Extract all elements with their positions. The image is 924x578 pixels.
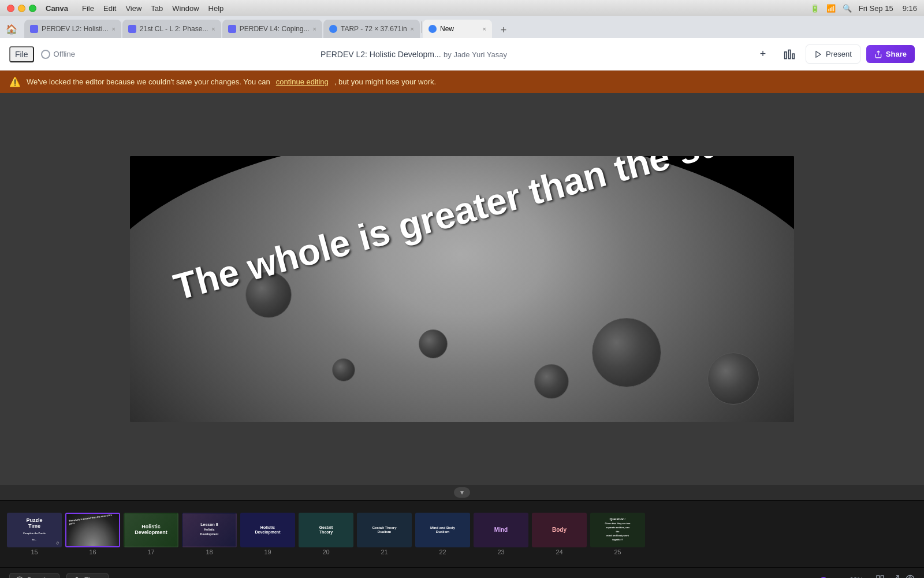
slide-thumb-num-16: 16 [89, 549, 96, 555]
slide-thumb-num-15: 15 [31, 549, 38, 555]
tab1-favicon [30, 25, 38, 33]
duration-button[interactable]: Duration [9, 573, 59, 579]
fullscreen-window-button[interactable] [29, 5, 36, 12]
warning-icon: ⚠️ [9, 76, 21, 87]
tab-new[interactable]: New × [423, 20, 492, 38]
menu-tab[interactable]: Tab [151, 4, 163, 13]
timer-button[interactable]: Timer [66, 573, 108, 579]
slide-thumb-23: Mind 23 [474, 513, 528, 555]
canva-toolbar: File Offline PERDEV L2: Holistic Develop… [0, 38, 924, 71]
date-time: Fri Sep 15 [859, 4, 893, 13]
slide-thumb-img-23[interactable]: Mind [474, 513, 528, 547]
offline-icon [41, 50, 50, 59]
grid-view-button[interactable] [875, 575, 885, 579]
continue-editing-link[interactable]: continue editing [276, 77, 329, 86]
thumb22-text: Mind and BodyDualism [430, 525, 455, 533]
crater-5 [534, 364, 569, 399]
toolbar-center: PERDEV L2: Holistic Developm... by Jade … [82, 49, 746, 60]
file-menu-button[interactable]: File [9, 46, 34, 62]
present-button[interactable]: Present [806, 45, 860, 64]
tab3-label: PERDEV L4: Coping... [240, 25, 310, 33]
new-tab-button[interactable]: + [495, 22, 512, 38]
close-window-button[interactable] [7, 5, 14, 12]
tab-tarp[interactable]: TARP - 72 × 37.671in × [323, 20, 420, 38]
tab5-close[interactable]: × [483, 25, 486, 32]
share-button[interactable]: Share [866, 45, 915, 63]
tab2-close[interactable]: × [211, 25, 215, 32]
menu-edit[interactable]: Edit [103, 4, 116, 13]
thumb15-text: Puzzle TimeComplete the Puzzle to... [21, 517, 48, 542]
titlebar: Canva File Edit View Tab Window Help 🔋 📶… [0, 0, 924, 16]
chevron-down-icon: ▾ [460, 488, 464, 497]
menu-window[interactable]: Window [172, 4, 199, 13]
menu-view[interactable]: View [125, 4, 141, 13]
tab-perdev-l2[interactable]: PERDEV L2: Holisti... × [24, 20, 121, 38]
bottom-right-controls: 63% [787, 575, 915, 579]
slide-thumb-num-18: 18 [206, 549, 213, 555]
slide-thumb-num-21: 21 [381, 549, 388, 555]
tab-perdev-l4[interactable]: PERDEV L4: Coping... × [222, 20, 322, 38]
app-name: Canva [46, 4, 68, 13]
slide-thumb-25: Question:Given that they are twoseparate… [590, 513, 645, 555]
editor-area: The whole is greater than the sum of its… [0, 93, 924, 485]
zoom-percent-label: 63% [850, 576, 870, 579]
app-menu: File Edit View Tab Window Help [82, 4, 223, 13]
thumb21-text: Gestalt Theory Dualism [371, 525, 398, 533]
slide-thumb-num-23: 23 [497, 549, 504, 555]
tab2-favicon [128, 25, 136, 33]
home-button[interactable]: 🏠 [2, 20, 21, 38]
tab1-close[interactable]: × [111, 25, 115, 32]
crater-3 [592, 318, 661, 387]
tab-separator [421, 21, 422, 33]
bottom-bar: Duration Timer Page 16 / 70 63% [0, 567, 924, 578]
slide-thumb-img-22[interactable]: Mind and BodyDualism [415, 513, 470, 547]
slide-thumb-img-18[interactable]: Lesson 8HolisticDevelopment [182, 513, 237, 547]
slide-thumb-img-19[interactable]: Holistic Development [240, 513, 295, 547]
slide-thumb-22: Mind and BodyDualism 22 [415, 513, 470, 555]
tab4-close[interactable]: × [411, 25, 414, 32]
tab4-favicon [329, 25, 337, 33]
slide-thumb-img-16[interactable]: The whole is greater than the sum of its… [65, 513, 120, 547]
minimize-window-button[interactable] [18, 5, 25, 12]
duration-label: Duration [27, 576, 53, 579]
browser-tabs-bar: 🏠 PERDEV L2: Holisti... × 21st CL - L 2:… [0, 16, 924, 38]
collapse-filmstrip-button[interactable]: ▾ [454, 487, 470, 498]
slide-thumb-img-25[interactable]: Question:Given that they are twoseparate… [590, 513, 645, 547]
warning-bar: ⚠️ We've locked the editor because we co… [0, 71, 924, 93]
slide-canvas[interactable]: The whole is greater than the sum of its… [130, 156, 794, 422]
slide-thumb-21: Gestalt Theory Dualism 21 [357, 513, 412, 555]
fullscreen-button[interactable] [891, 575, 900, 579]
slide-thumb-img-17[interactable]: HolisticDevelopment [124, 513, 178, 547]
thumb23-text: Mind [494, 527, 508, 533]
slide-thumb-img-15[interactable]: Puzzle TimeComplete the Puzzle to... ⏱ [7, 513, 62, 547]
slide-thumb-16: The whole is greater than the sum of its… [65, 513, 120, 555]
tab-21st-cl[interactable]: 21st CL - L 2: Phase... × [122, 20, 221, 38]
menu-file[interactable]: File [82, 4, 94, 13]
warning-text-after: , but you might lose your work. [334, 77, 436, 86]
traffic-lights [7, 5, 36, 12]
bottom-center: Page 16 / 70 [116, 575, 780, 579]
slide-thumb-18: Lesson 8HolisticDevelopment 18 [182, 513, 237, 555]
svg-line-12 [896, 576, 899, 579]
document-title: PERDEV L2: Holistic Developm... [321, 50, 441, 59]
menu-help[interactable]: Help [208, 4, 224, 13]
tab3-close[interactable]: × [313, 25, 316, 32]
chart-button[interactable] [779, 44, 800, 65]
slide-thumb-15: Puzzle TimeComplete the Puzzle to... ⏱ 1… [7, 513, 62, 555]
help-button[interactable] [906, 575, 915, 579]
slide-thumb-img-21[interactable]: Gestalt Theory Dualism [357, 513, 412, 547]
slide-thumb-num-25: 25 [614, 549, 621, 555]
svg-rect-0 [785, 51, 787, 58]
crater-2 [419, 329, 448, 358]
slide-thumb-img-24[interactable]: Body [532, 513, 587, 547]
search-icon[interactable]: 🔍 [843, 4, 852, 13]
slide-thumb-img-20[interactable]: Gestalt Theory [299, 513, 353, 547]
wifi-icon: 🔋 [810, 4, 819, 13]
timer-label: Timer [84, 576, 102, 579]
svg-rect-8 [877, 576, 880, 579]
bottom-left-controls: Duration Timer [9, 573, 109, 579]
thumb19-text: Holistic Development [255, 525, 281, 535]
add-element-button[interactable]: + [752, 44, 773, 65]
tab1-label: PERDEV L2: Holisti... [42, 25, 108, 33]
time-display: 9:16 [903, 4, 917, 13]
